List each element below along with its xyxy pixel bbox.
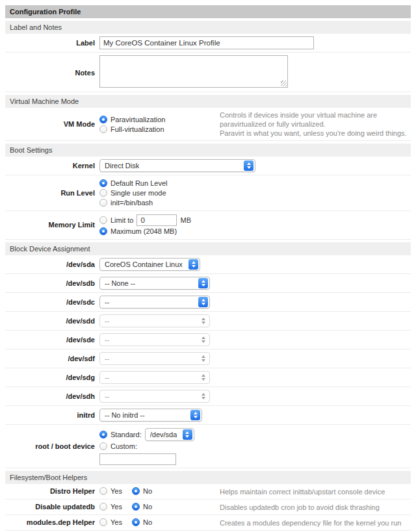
dev-sda-select[interactable]: CoreOS Container Linux Disk (99, 258, 200, 271)
select-value: -- (105, 336, 109, 344)
radio-label: No (143, 518, 152, 527)
select-stepper-icon (188, 259, 198, 270)
vm-mode-help: Controls if devices inside your virtual … (220, 110, 411, 138)
run-level-label: Run Level (5, 189, 95, 197)
distro-helper-row: Distro Helper Yes No Helps maintain corr… (5, 484, 411, 500)
radio-modules-dep-yes[interactable]: Yes (99, 518, 122, 527)
radio-label: Single user mode (110, 188, 166, 197)
select-value: CoreOS Container Linux Disk (105, 260, 185, 268)
select-stepper-icon (198, 372, 208, 383)
kernel-select-value: Direct Disk (105, 162, 139, 170)
radio-full-virtualization[interactable]: Full-virtualization (99, 125, 220, 134)
dev-sdg-row: /dev/sdg -- (5, 368, 411, 387)
radio-single-user-mode[interactable]: Single user mode (99, 188, 167, 197)
vm-mode-row: VM Mode Paravirtualization Full-virtuali… (5, 108, 411, 141)
radio-distro-helper-no[interactable]: No (132, 487, 152, 496)
radio-off-icon (99, 503, 107, 511)
radio-on-icon (99, 116, 107, 123)
select-stepper-icon (198, 297, 208, 307)
radio-label: Yes (110, 502, 122, 511)
section-header-label-and-notes: Label and Notes (5, 21, 411, 34)
radio-off-icon (99, 216, 107, 224)
radio-disable-updatedb-yes[interactable]: Yes (99, 502, 122, 511)
radio-off-icon (99, 125, 107, 133)
select-value: -- (105, 298, 109, 306)
dev-sda-row: /dev/sda CoreOS Container Linux Disk (5, 255, 411, 274)
select-stepper-icon (198, 353, 208, 364)
disable-updatedb-label: Disable updatedb (5, 503, 95, 511)
radio-default-run-level[interactable]: Default Run Level (99, 179, 167, 188)
initrd-label: initrd (5, 411, 95, 420)
custom-root-input[interactable] (99, 453, 176, 465)
radio-off-icon (99, 442, 107, 450)
root-device-select[interactable]: /dev/sda (145, 428, 194, 441)
select-value: -- (105, 317, 109, 325)
radio-standard-root[interactable]: Standard: (99, 430, 142, 439)
radio-on-icon (132, 518, 140, 526)
radio-label: Paravirtualization (110, 115, 165, 124)
radio-on-icon (99, 227, 107, 235)
radio-limit-to[interactable]: Limit to (99, 216, 133, 225)
radio-off-icon (99, 199, 107, 207)
radio-label: Standard: (110, 430, 142, 439)
dev-sdh-row: /dev/sdh -- (5, 387, 411, 406)
select-stepper-icon (244, 160, 254, 171)
label-row: Label (5, 34, 411, 53)
radio-label: Custom: (110, 442, 137, 451)
radio-label: No (143, 487, 152, 496)
radio-label: init=/bin/bash (110, 198, 153, 207)
dev-sdd-row: /dev/sdd -- (5, 312, 411, 331)
select-stepper-icon (198, 335, 208, 345)
radio-label: No (143, 502, 152, 511)
radio-maximum-memory[interactable]: Maximum (2048 MB) (99, 227, 191, 236)
memory-limit-input[interactable] (136, 214, 177, 226)
radio-label: Default Run Level (110, 179, 167, 188)
resize-grip-icon[interactable] (281, 81, 287, 86)
dev-sdb-select[interactable]: -- None -- (99, 277, 210, 290)
kernel-select[interactable]: Direct Disk (99, 159, 255, 172)
radio-on-icon (132, 503, 140, 511)
initrd-row: initrd -- No initrd -- (5, 406, 411, 425)
run-level-row: Run Level Default Run Level Single user … (5, 175, 411, 211)
radio-label: Yes (110, 487, 122, 496)
dev-sdc-label: /dev/sdc (5, 298, 95, 307)
radio-modules-dep-no[interactable]: No (132, 518, 152, 527)
memory-limit-row: Memory Limit Limit to MB Maximum (2048 M… (5, 211, 411, 240)
notes-textarea[interactable] (99, 55, 288, 88)
label-input[interactable] (99, 36, 314, 49)
dev-sdd-select: -- (99, 314, 210, 327)
section-header-boot-settings: Boot Settings (5, 144, 411, 157)
radio-custom-root[interactable]: Custom: (99, 442, 194, 451)
helper-help: Disables updatedb cron job to avoid disk… (220, 503, 411, 512)
dev-sde-row: /dev/sde -- (5, 331, 411, 349)
vm-mode-label: VM Mode (5, 120, 95, 129)
radio-init-bin-bash[interactable]: init=/bin/bash (99, 198, 167, 207)
notes-row: Notes (5, 53, 411, 92)
radio-distro-helper-yes[interactable]: Yes (99, 487, 122, 496)
dev-sdh-select: -- (99, 390, 210, 403)
select-stepper-icon (198, 391, 208, 401)
radio-off-icon (99, 487, 107, 495)
dev-sdf-select: -- (99, 352, 210, 365)
initrd-select[interactable]: -- No initrd -- (99, 409, 202, 422)
select-value: /dev/sda (150, 431, 177, 438)
page-title: Configuration Profile (5, 5, 411, 18)
dev-sdh-label: /dev/sdh (5, 392, 95, 401)
section-header-virtual-machine-mode: Virtual Machine Mode (5, 95, 411, 108)
help-line: Controls if devices inside your virtual … (220, 110, 408, 129)
select-stepper-icon (190, 410, 200, 420)
radio-disable-updatedb-no[interactable]: No (132, 502, 152, 511)
modules-dep-helper-row: modules.dep Helper Yes No Creates a modu… (5, 515, 411, 531)
dev-sda-label: /dev/sda (5, 260, 95, 269)
help-line: Paravirt is what you want, unless you're… (220, 129, 408, 138)
select-value: -- No initrd -- (105, 411, 145, 419)
dev-sdf-row: /dev/sdf -- (5, 349, 411, 368)
radio-label: Limit to (110, 216, 133, 225)
dev-sdc-select[interactable]: -- (99, 296, 210, 309)
radio-on-icon (99, 431, 107, 438)
dev-sdg-label: /dev/sdg (5, 374, 95, 382)
radio-paravirtualization[interactable]: Paravirtualization (99, 115, 220, 124)
dev-sde-select: -- (99, 333, 210, 346)
helper-help: Creates a modules dependency file for th… (220, 518, 411, 527)
kernel-row: Kernel Direct Disk (5, 157, 411, 175)
